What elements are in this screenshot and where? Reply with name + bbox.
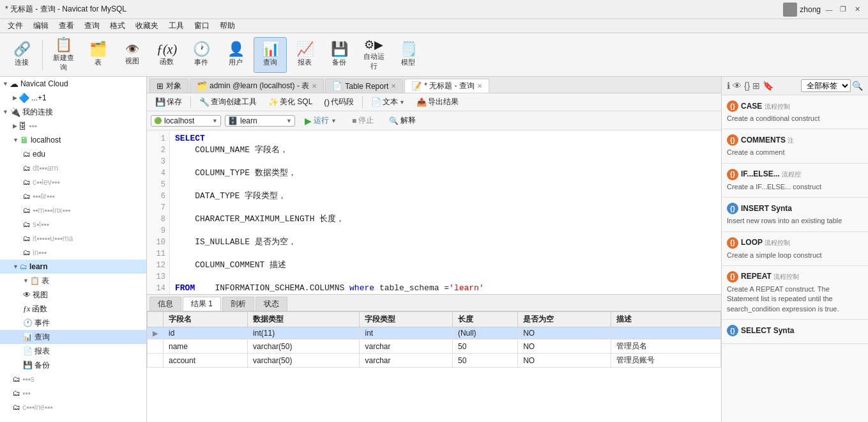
code-content[interactable]: SELECT COLUMN_NAME 字段名， COLUMN_TYPE 数据类型… (170, 130, 721, 294)
bottom-tab-profile[interactable]: 剖析 (222, 297, 254, 311)
menubar-item-编辑[interactable]: 编辑 (28, 19, 54, 33)
sidebar-item-myconn[interactable]: ▼ 🔌 我的连接 (0, 105, 146, 119)
tab-object[interactable]: ⊞ 对象 (149, 79, 188, 93)
admin-table-close[interactable]: ✕ (312, 82, 317, 90)
sidebar-item-learn[interactable]: ▼ 🗂 learn (0, 260, 146, 274)
menubar-item-收藏夹[interactable]: 收藏夹 (130, 19, 164, 33)
col-header-nullable[interactable]: 是否为空 (518, 312, 611, 327)
toolbar-model[interactable]: 🗒️ 模型 (392, 37, 425, 73)
table-report-close[interactable]: ✕ (391, 82, 396, 90)
menubar-item-帮助[interactable]: 帮助 (215, 19, 240, 33)
sidebar-item-s[interactable]: 🗂 ▪▪▪s (0, 372, 146, 386)
sidebar-item-minx[interactable]: 🗂 ▪▪m▪▪▪inx▪▪▪ (0, 203, 146, 217)
toolbar-view[interactable]: 👁️ 视图 (116, 37, 149, 73)
tab-admin-table[interactable]: 🗂️ admin @learn (localhost) - 表 ✕ (190, 79, 324, 93)
toolbar-event[interactable]: 🕐 事件 (185, 37, 218, 73)
sidebar-item-cine[interactable]: 🗂 c▪▪▪ine▪▪▪ (0, 400, 146, 414)
close-button[interactable]: ✕ (851, 4, 863, 15)
menubar-item-文件[interactable]: 文件 (3, 19, 28, 33)
sidebar-item-reports[interactable]: 📄 报表 (0, 344, 146, 358)
code-line-4: COLUMN_TYPE 数据类型， (175, 168, 716, 179)
toolbar-autorun[interactable]: ⚙▶ 自动运行 (357, 37, 390, 73)
text-button[interactable]: 📄 文本 ▼ (367, 95, 409, 109)
toolbar-user[interactable]: 👤 用户 (219, 37, 252, 73)
menubar-item-格式[interactable]: 格式 (105, 19, 130, 33)
tab-table-report[interactable]: 📄 Table Report ✕ (325, 79, 403, 93)
sidebar-item-cloud[interactable]: ▼ ☁ Navicat Cloud (0, 77, 146, 91)
sidebar-item-backups[interactable]: 💾 备份 (0, 358, 146, 372)
minimize-button[interactable]: — (823, 4, 835, 15)
col-header-datatype[interactable]: 数据类型 (248, 312, 360, 327)
toolbar-new-query[interactable]: 📋 新建查询 (47, 37, 80, 73)
sidebar-item-ituma[interactable]: 🗂 it▪▪▪▪▪u▪▪▪ma (0, 231, 146, 246)
function-icon: ƒ(x) (156, 43, 177, 56)
sidebar-item-views[interactable]: 👁 视图 (0, 288, 146, 302)
sql-editor[interactable]: 1 2 3 4 5 6 7 8 9 10 11 12 13 14 15 16 1 (147, 130, 721, 294)
sidebar-item-dt-arn[interactable]: 🗂 dt▪▪▪arn (0, 161, 146, 175)
tab-untitled-query[interactable]: 📝 * 无标题 - 查询 ✕ (404, 79, 489, 93)
rs-grid-icon[interactable]: ⊞ (752, 81, 760, 91)
save-button[interactable]: 💾 保存 (151, 95, 187, 109)
sidebar-item-cloud-group[interactable]: ▶ 🔷 ...+1 (0, 91, 146, 105)
menubar-item-查看[interactable]: 查看 (54, 19, 79, 33)
snippet-ifelse-keyword: IF...ELSE... 流程控 (741, 169, 801, 179)
toolbar-query[interactable]: 📊 查询 (254, 37, 287, 73)
col-header-fieldname[interactable]: 字段名 (164, 312, 248, 327)
tag-selector[interactable]: 全部标签 (801, 79, 851, 92)
toolbar-connect[interactable]: 🔗 连接 (5, 37, 38, 73)
host-selector[interactable]: 🟢 localhost ▼ (151, 115, 221, 127)
rs-bookmark-icon[interactable]: 🔖 (763, 81, 773, 91)
bottom-tab-info[interactable]: 信息 (149, 297, 181, 311)
rs-eye-icon[interactable]: 👁 (733, 81, 742, 91)
sidebar-item-in[interactable]: 🗂 in▪▪▪ (0, 246, 146, 260)
cell-account-desc: 管理员账号 (611, 354, 720, 368)
snippet-case-desc: Create a conditional construct (727, 114, 863, 123)
bottom-tab-result[interactable]: 结果 1 (183, 297, 221, 311)
snippet-select-title: {} SELECT Synta (727, 325, 863, 336)
menubar-item-工具[interactable]: 工具 (164, 19, 189, 33)
restore-button[interactable]: ❐ (837, 4, 849, 15)
table-row[interactable]: account varchar(50) varchar 50 NO 管理员账号 (148, 354, 721, 368)
db-selector[interactable]: 🗄️ learn ▼ (225, 115, 295, 127)
untitled-query-close[interactable]: ✕ (477, 82, 482, 90)
beautify-button[interactable]: ✨ 美化 SQL (264, 95, 317, 109)
result-table-wrapper[interactable]: 字段名 数据类型 字段类型 长度 是否为空 描述 ▶ id (147, 311, 721, 422)
table-row[interactable]: name varchar(50) varchar 50 NO 管理员名 (148, 340, 721, 354)
toolbar-backup[interactable]: 💾 备份 (323, 37, 356, 73)
sidebar-item-db-blurred[interactable]: ▶ 🗄 ▪▪▪ (0, 119, 146, 133)
menubar-item-查询[interactable]: 查询 (79, 19, 105, 33)
sidebar-item-blurred2[interactable]: 🗂 ▪▪▪ (0, 386, 146, 400)
sidebar-item-events[interactable]: 🕐 事件 (0, 316, 146, 330)
backups-label: 备份 (34, 360, 50, 371)
snippet-loop-icon: {} (727, 237, 738, 249)
rs-search-icon[interactable]: 🔍 (852, 81, 863, 91)
toolbar-table[interactable]: 🗂️ 表 (81, 37, 114, 73)
sidebar-item-clev[interactable]: 🗂 c▪▪lev▪▪▪ (0, 175, 146, 189)
run-button[interactable]: ▶ 运行 ▼ (299, 113, 342, 128)
toolbar-report[interactable]: 📈 报表 (288, 37, 321, 73)
stop-button[interactable]: ■ 停止 (346, 113, 379, 128)
rs-info-icon[interactable]: ℹ (727, 81, 730, 91)
explain-button[interactable]: 🔍 解释 (383, 113, 422, 128)
cell-id-desc (611, 327, 720, 340)
sidebar-item-sl[interactable]: 🗂 s▪l▪▪▪ (0, 217, 146, 231)
query-builder-button[interactable]: 🔧 查询创建工具 (195, 95, 261, 109)
sidebar-item-edu[interactable]: 🗂 edu (0, 147, 146, 161)
rs-brace-icon[interactable]: {} (744, 81, 750, 91)
code-snippet-button[interactable]: () 代码段 (319, 95, 358, 109)
menubar-item-窗口[interactable]: 窗口 (189, 19, 215, 33)
col-header-length[interactable]: 长度 (452, 312, 517, 327)
minx-icon: 🗂 (23, 206, 31, 215)
toolbar-function[interactable]: ƒ(x) 函数 (150, 37, 183, 73)
export-button[interactable]: 📤 导出结果 (412, 95, 463, 109)
sidebar-item-tables[interactable]: ▼ 📋 表 (0, 274, 146, 288)
sidebar-item-localhost[interactable]: ▼ 🖥 localhost (0, 133, 146, 147)
bottom-tab-status[interactable]: 状态 (255, 297, 287, 311)
sidebar-item-queries[interactable]: 📊 查询 (0, 330, 146, 344)
user-label: 用户 (229, 58, 243, 67)
table-row[interactable]: ▶ id int(11) int (Null) NO (148, 327, 721, 340)
sidebar-item-funcs[interactable]: ƒx 函数 (0, 302, 146, 316)
col-header-fieldtype[interactable]: 字段类型 (360, 312, 452, 327)
sidebar-item-lir[interactable]: 🗂 ▪▪▪lir▪▪▪ (0, 189, 146, 203)
col-header-desc[interactable]: 描述 (611, 312, 720, 327)
